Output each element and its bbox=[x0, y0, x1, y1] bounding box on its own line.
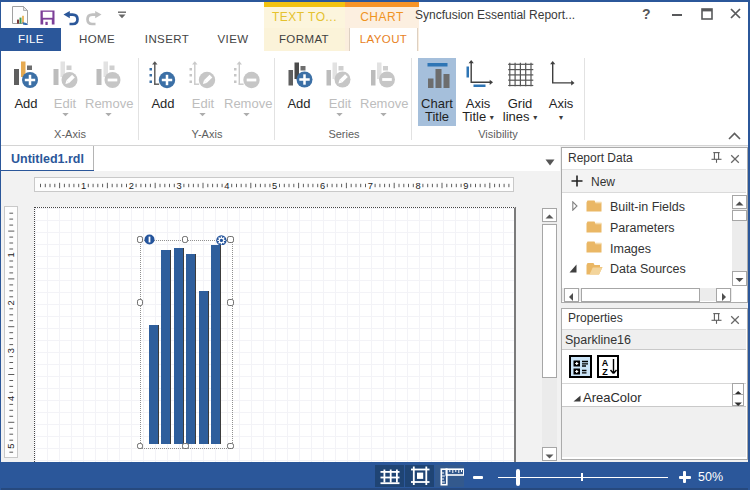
svg-text:6: 6 bbox=[320, 181, 325, 191]
svg-text:8: 8 bbox=[416, 181, 421, 191]
svg-text:9: 9 bbox=[463, 181, 468, 191]
svg-text:5: 5 bbox=[272, 181, 277, 191]
svg-text:2: 2 bbox=[6, 300, 16, 305]
svg-text:7: 7 bbox=[368, 181, 373, 191]
svg-text:5: 5 bbox=[6, 444, 16, 449]
svg-text:4: 4 bbox=[6, 396, 16, 401]
svg-text:3: 3 bbox=[177, 181, 182, 191]
svg-text:1: 1 bbox=[81, 181, 86, 191]
svg-text:2: 2 bbox=[129, 181, 134, 191]
svg-text:4: 4 bbox=[224, 181, 229, 191]
svg-text:Z: Z bbox=[602, 367, 608, 377]
svg-text:3: 3 bbox=[6, 348, 16, 353]
svg-text:1: 1 bbox=[6, 252, 16, 257]
